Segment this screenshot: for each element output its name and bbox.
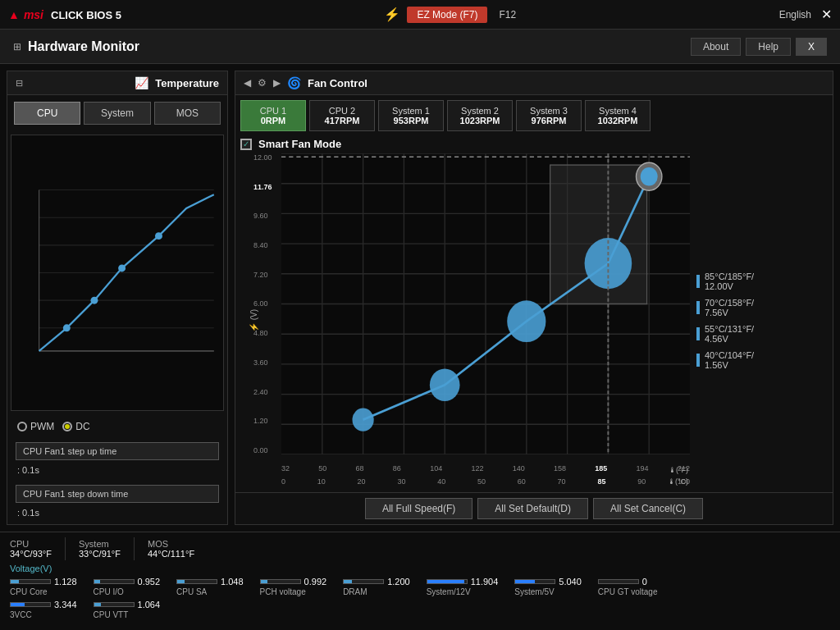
legend-item-1: 85°C/185°F/ 12.00V — [696, 272, 828, 291]
fan-cell-cpu2[interactable]: CPU 2 417RPM — [309, 100, 375, 131]
smart-fan-area: ✓ Smart Fan Mode ⚡ (V) 12.00 11.76 — [235, 133, 833, 492]
all-set-default-button[interactable]: All Set Default(D) — [477, 498, 588, 519]
fan-cell-sys1[interactable]: System 1 953RPM — [378, 100, 444, 131]
pwm-label[interactable]: PWM — [17, 421, 54, 432]
legend-bar-4 — [696, 354, 700, 367]
fan-cell-sys3[interactable]: System 3 976RPM — [516, 100, 582, 131]
temp-chart-svg — [11, 135, 223, 410]
voltage-3vcc: 3.344 3VCC — [10, 600, 77, 619]
cpu-temp-cell: CPU 34°C/93°F — [10, 537, 66, 560]
about-button[interactable]: About — [691, 38, 741, 56]
voltage-cpu-io: 0.952 CPU I/O — [94, 577, 161, 596]
voltage-sys12v: 11.904 System/12V — [427, 577, 499, 596]
mos-temp-button[interactable]: MOS — [154, 102, 221, 125]
voltage-dram: 1.200 DRAM — [343, 577, 410, 596]
fan-chart-svg — [281, 153, 690, 454]
fan-icon: 🌀 — [287, 76, 301, 89]
voltage-cpu-gt: 0 CPU GT voltage — [598, 577, 664, 596]
fan-cell-cpu1[interactable]: CPU 1 0RPM — [240, 100, 306, 131]
dc-label[interactable]: DC — [62, 421, 89, 432]
help-button[interactable]: Help — [746, 38, 791, 56]
fan-cell-sys2[interactable]: System 2 1023RPM — [447, 100, 513, 131]
logo-area: ▲ msi CLICK BIOS 5 — [8, 6, 121, 23]
legend-item-2: 70°C/158°F/ 7.56V — [696, 298, 828, 317]
temp-icon: 📈 — [135, 76, 148, 89]
temp-unit-f: 🌡(°F) — [669, 466, 688, 474]
voltage-pch: 0.992 PCH voltage — [260, 577, 327, 596]
svg-point-36 — [430, 369, 460, 402]
legend-item-3: 55°C/131°F/ 4.56V — [696, 324, 828, 344]
fan-control-title: Fan Control — [308, 77, 368, 89]
svg-point-11 — [118, 264, 126, 272]
main-window: ⊞ Hardware Monitor About Help X ⊟ 📈 Temp… — [0, 30, 840, 630]
fan-control-header: ◀ ⚙ ▶ 🌀 Fan Control — [235, 71, 833, 95]
pwm-radio[interactable] — [17, 422, 27, 431]
pwm-dc-row: PWM DC — [7, 414, 227, 439]
voltage-row-2: 3.344 3VCC 1.064 CPU VTT — [10, 600, 830, 623]
legend-bar-2 — [696, 301, 700, 314]
fan-nav-prev[interactable]: ◀ — [244, 77, 251, 89]
window-title: Hardware Monitor — [28, 39, 139, 54]
chart-container: ⚡ (V) 12.00 11.76 9.60 8.40 7.20 6.00 4.… — [240, 153, 828, 487]
temperature-panel: ⊟ 📈 Temperature CPU System MOS — [7, 71, 228, 525]
fan-step-down-button[interactable]: CPU Fan1 step down time — [16, 485, 219, 503]
titlebar-buttons: About Help X — [691, 38, 827, 56]
voltage-sys5v: 5.040 System/5V — [514, 577, 582, 596]
smart-fan-header: ✓ Smart Fan Mode — [240, 138, 828, 150]
ez-mode-area[interactable]: ⚡ EZ Mode (F7) F12 — [384, 7, 516, 23]
top-right-controls: English ✕ — [779, 7, 832, 22]
svg-point-12 — [155, 232, 162, 240]
system-temp-cell: System 33°C/91°F — [79, 537, 135, 560]
svg-point-35 — [352, 409, 373, 431]
svg-point-40 — [641, 167, 658, 186]
close-button[interactable]: X — [796, 38, 827, 56]
cpu-temp-row: CPU 34°C/93°F System 33°C/91°F MOS 44°C/… — [10, 537, 830, 560]
fan-rpm-grid: CPU 1 0RPM CPU 2 417RPM System 1 953RPM … — [235, 95, 833, 133]
all-set-cancel-button[interactable]: All Set Cancel(C) — [593, 498, 703, 519]
content-area: ⊟ 📈 Temperature CPU System MOS — [0, 64, 840, 630]
smart-fan-checkbox[interactable]: ✓ — [240, 139, 252, 150]
dc-radio[interactable] — [62, 422, 72, 431]
fan-step-up-value: : 0.1s — [7, 463, 227, 482]
fan-step-up-button[interactable]: CPU Fan1 step up time — [16, 442, 219, 460]
system-temp-button[interactable]: System — [84, 102, 150, 125]
temp-chart — [11, 135, 224, 411]
window-titlebar: ⊞ Hardware Monitor About Help X — [0, 30, 840, 64]
temp-button-group: CPU System MOS — [7, 95, 227, 131]
ez-mode-button[interactable]: EZ Mode (F7) — [407, 7, 487, 23]
cpu-temp-button[interactable]: CPU — [14, 102, 80, 125]
svg-point-10 — [90, 297, 98, 304]
fan-nav-next[interactable]: ▶ — [273, 77, 281, 89]
f12-label: F12 — [499, 9, 516, 21]
mos-temp-cell: MOS 44°C/111°F — [148, 537, 208, 560]
x-axis-f: 32506886104122140158 185 194212 — [281, 464, 690, 472]
language-label: English — [779, 9, 811, 21]
bottom-section: CPU 34°C/93°F System 33°C/91°F MOS 44°C/… — [0, 532, 840, 628]
collapse-icon: ⊞ — [13, 41, 21, 52]
voltage-cpu-sa: 1.048 CPU SA — [176, 577, 244, 596]
temperature-header: ⊟ 📈 Temperature — [7, 71, 227, 95]
top-bar: ▲ msi CLICK BIOS 5 ⚡ EZ Mode (F7) F12 En… — [0, 0, 840, 30]
top-section: ⊟ 📈 Temperature CPU System MOS — [0, 64, 840, 532]
voltage-cpu-vtt: 1.064 CPU VTT — [94, 600, 161, 619]
msi-logo: ▲ msi CLICK BIOS 5 — [8, 6, 121, 23]
all-full-speed-button[interactable]: All Full Speed(F) — [365, 498, 472, 519]
smart-fan-title: Smart Fan Mode — [258, 138, 341, 150]
temperature-title: Temperature — [155, 77, 219, 89]
temp-unit-c: 🌡(°C) — [668, 477, 688, 486]
fan-cell-sys4[interactable]: System 4 1032RPM — [585, 100, 651, 131]
fan-control-panel: ◀ ⚙ ▶ 🌀 Fan Control CPU 1 0RPM CPU 2 417… — [235, 71, 833, 525]
top-close-button[interactable]: ✕ — [821, 7, 832, 22]
fan-action-buttons: All Full Speed(F) All Set Default(D) All… — [235, 492, 833, 524]
y-axis-values: 12.00 11.76 9.60 8.40 7.20 6.00 4.80 3.6… — [253, 153, 272, 454]
svg-point-37 — [507, 300, 546, 342]
fan-chart-wrapper: ⚡ (V) 12.00 11.76 9.60 8.40 7.20 6.00 4.… — [240, 153, 690, 487]
chart-legend: 85°C/185°F/ 12.00V 70°C/158°F/ 7.56V — [696, 153, 828, 487]
legend-bar-1 — [696, 275, 700, 288]
voltage-section-label: Voltage(V) — [10, 564, 830, 573]
fan-step-down-value: : 0.1s — [7, 506, 227, 524]
legend-bar-3 — [696, 327, 700, 340]
collapse-btn[interactable]: ⊟ — [16, 78, 23, 89]
voltage-cpu-core: 1.128 CPU Core — [10, 577, 77, 596]
svg-point-9 — [63, 324, 71, 331]
